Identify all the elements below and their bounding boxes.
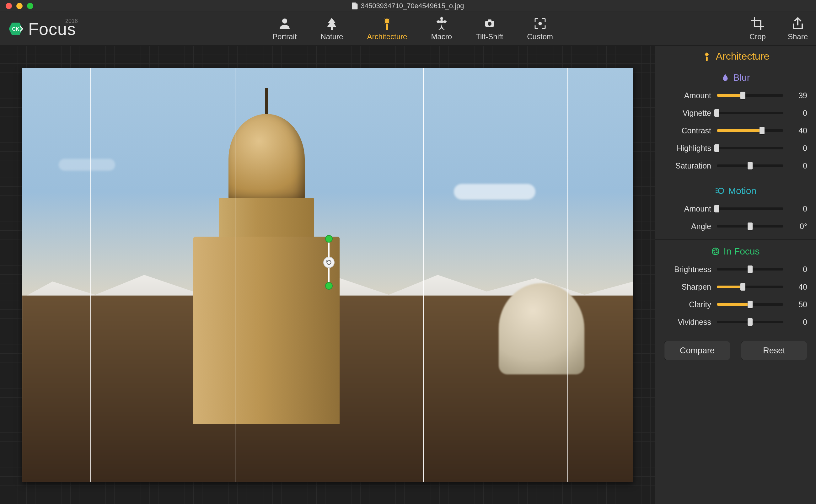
mode-custom[interactable]: Custom (527, 17, 553, 41)
side-panel: Architecture Blur Amount39Vignette0Contr… (655, 46, 816, 504)
crop-icon (751, 17, 765, 30)
tree-icon (325, 17, 339, 30)
mode-tabs: Portrait Nature Architecture Macro Tilt-… (272, 17, 553, 41)
slider-thumb[interactable] (714, 205, 719, 212)
focus-guide-line[interactable] (235, 68, 235, 482)
mode-label: Portrait (272, 32, 297, 41)
window-title: 34503934710_70e4549615_o.jpg (352, 2, 464, 10)
focus-guide-line[interactable] (423, 68, 424, 482)
slider-thumb[interactable] (748, 301, 753, 308)
slider-row: Contrast40 (664, 122, 807, 139)
svg-rect-3 (331, 27, 333, 30)
mode-portrait[interactable]: Portrait (272, 17, 297, 41)
window-controls (6, 3, 33, 9)
slider-value: 0 (789, 265, 807, 274)
decorative-tower (187, 101, 346, 424)
focus-guide-line[interactable] (567, 68, 568, 482)
focus-guide-line[interactable] (90, 68, 91, 482)
crop-button[interactable]: Crop (749, 17, 766, 41)
divider (655, 179, 816, 179)
slider-fill (717, 94, 743, 97)
svg-text:CK: CK (12, 26, 19, 32)
svg-point-15 (712, 248, 719, 255)
toolbar: CK Focus 2016 Portrait Nature Architectu… (0, 12, 816, 46)
toolbar-actions: Crop Share (749, 17, 808, 41)
action-label: Crop (749, 32, 766, 41)
slider-thumb[interactable] (748, 265, 753, 273)
slider-track[interactable] (717, 225, 783, 228)
share-icon (791, 17, 805, 30)
slider-label: Brightness (664, 265, 711, 274)
svg-point-14 (718, 188, 724, 193)
canvas-area (0, 46, 655, 504)
fullscreen-window-button[interactable] (27, 3, 33, 9)
slider-track[interactable] (717, 129, 783, 132)
slider-label: Vignette (664, 109, 711, 118)
section-title-blur: Blur (664, 72, 807, 83)
slider-row: Vignette0 (664, 104, 807, 122)
main: Architecture Blur Amount39Vignette0Contr… (0, 46, 816, 504)
slider-value: 39 (789, 91, 807, 100)
svg-point-10 (488, 22, 491, 26)
mode-architecture[interactable]: Architecture (367, 17, 407, 41)
portrait-icon (278, 17, 292, 30)
rotate-icon[interactable] (323, 257, 335, 268)
slider-thumb[interactable] (748, 162, 753, 169)
mode-tiltshift[interactable]: Tilt-Shift (476, 17, 503, 41)
svg-point-7 (443, 20, 447, 23)
slider-thumb[interactable] (740, 92, 745, 99)
slider-track[interactable] (717, 321, 783, 323)
slider-label: Saturation (664, 161, 711, 170)
slider-value: 0° (789, 222, 807, 231)
slider-label: Amount (664, 204, 711, 213)
mode-macro[interactable]: Macro (431, 17, 452, 41)
reset-button[interactable]: Reset (741, 341, 807, 360)
mode-label: Tilt-Shift (476, 32, 503, 41)
slider-thumb[interactable] (714, 109, 719, 117)
slider-fill (717, 129, 762, 132)
slider-track[interactable] (717, 207, 783, 210)
slider-row: Saturation0 (664, 157, 807, 174)
slider-thumb[interactable] (760, 127, 765, 134)
slider-track[interactable] (717, 112, 783, 114)
slider-track[interactable] (717, 164, 783, 167)
slider-track[interactable] (717, 286, 783, 288)
slider-row: Highlights0 (664, 139, 807, 157)
slider-label: Vividness (664, 318, 711, 327)
slider-track[interactable] (717, 268, 783, 271)
minimize-window-button[interactable] (16, 3, 23, 9)
focus-handle-top[interactable] (325, 235, 333, 243)
image-preview[interactable] (22, 68, 633, 482)
slider-value: 0 (789, 204, 807, 213)
svg-point-6 (440, 17, 443, 20)
slider-track[interactable] (717, 303, 783, 306)
svg-point-5 (440, 20, 443, 23)
aperture-icon (711, 247, 720, 255)
panel-header-text: Architecture (716, 51, 770, 62)
slider-thumb[interactable] (748, 318, 753, 326)
slider-thumb[interactable] (748, 223, 753, 230)
action-label: Share (788, 32, 808, 41)
compare-button[interactable]: Compare (664, 341, 730, 360)
share-button[interactable]: Share (788, 17, 808, 41)
section-infocus: In Focus Brightness0Sharpen40Clarity50Vi… (655, 241, 816, 334)
mode-label: Architecture (367, 32, 407, 41)
focus-handle-bottom[interactable] (325, 282, 333, 290)
mode-nature[interactable]: Nature (320, 17, 343, 41)
section-title-motion: Motion (664, 185, 807, 196)
close-window-button[interactable] (6, 3, 12, 9)
slider-thumb[interactable] (740, 283, 745, 291)
focus-center-handle[interactable] (328, 239, 330, 286)
mode-label: Nature (320, 32, 343, 41)
flower-icon (435, 17, 448, 30)
svg-point-2 (282, 19, 287, 24)
panel-header: Architecture (655, 46, 816, 67)
section-title-infocus: In Focus (664, 246, 807, 257)
section-motion: Motion Amount0Angle0° (655, 180, 816, 238)
slider-label: Angle (664, 222, 711, 231)
slider-row: Sharpen40 (664, 278, 807, 296)
slider-track[interactable] (717, 94, 783, 97)
slider-thumb[interactable] (714, 144, 719, 152)
slider-row: Clarity50 (664, 296, 807, 313)
slider-track[interactable] (717, 147, 783, 149)
